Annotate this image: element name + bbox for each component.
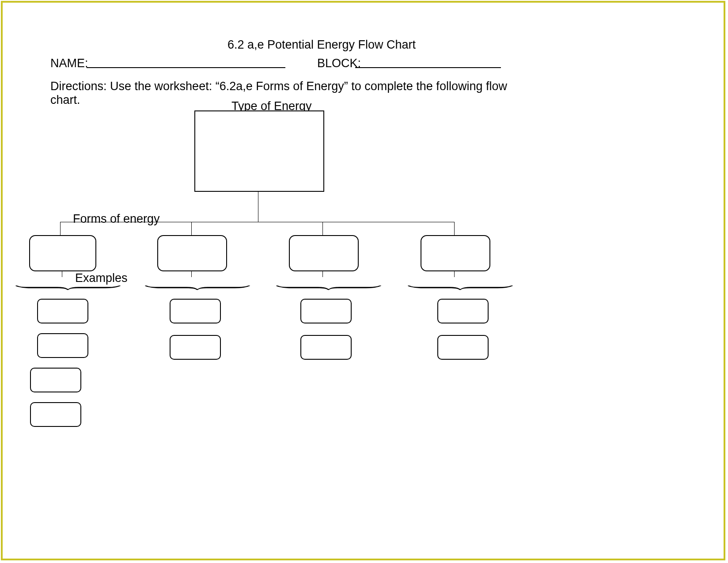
name-blank[interactable] <box>87 67 285 68</box>
block-label: BLOCK: <box>317 57 361 70</box>
example-1-1[interactable] <box>37 299 88 323</box>
connector-drop-1 <box>60 222 61 235</box>
example-4-2[interactable] <box>437 335 489 360</box>
connector-horizontal <box>60 222 454 222</box>
name-label: NAME: <box>50 57 88 70</box>
example-1-2[interactable] <box>37 333 88 358</box>
brace-1: ︸ <box>12 278 134 301</box>
brace-2: ︸ <box>142 278 263 301</box>
example-1-3[interactable] <box>30 368 81 392</box>
example-2-2[interactable] <box>170 335 221 360</box>
page-title: 6.2 a,e Potential Energy Flow Chart <box>211 38 432 52</box>
example-2-1[interactable] <box>170 299 221 323</box>
type-of-energy-box[interactable] <box>194 110 324 192</box>
form-box-3[interactable] <box>289 235 359 271</box>
connector-main-down <box>258 191 258 222</box>
connector-drop-3 <box>322 222 323 235</box>
stub-3 <box>322 270 323 277</box>
stub-4 <box>454 270 455 277</box>
forms-of-energy-label: Forms of energy <box>73 212 160 226</box>
connector-drop-2 <box>191 222 192 235</box>
example-3-2[interactable] <box>300 335 352 360</box>
example-3-1[interactable] <box>300 299 352 323</box>
connector-drop-4 <box>454 222 455 235</box>
block-blank[interactable] <box>355 67 501 68</box>
form-box-4[interactable] <box>421 235 490 271</box>
form-box-1[interactable] <box>29 235 96 271</box>
stub-1 <box>62 270 62 277</box>
brace-4: ︸ <box>405 278 526 301</box>
brace-3: ︸ <box>273 278 394 301</box>
example-1-4[interactable] <box>30 402 81 427</box>
form-box-2[interactable] <box>157 235 227 271</box>
stub-2 <box>191 270 192 277</box>
example-4-1[interactable] <box>437 299 489 323</box>
